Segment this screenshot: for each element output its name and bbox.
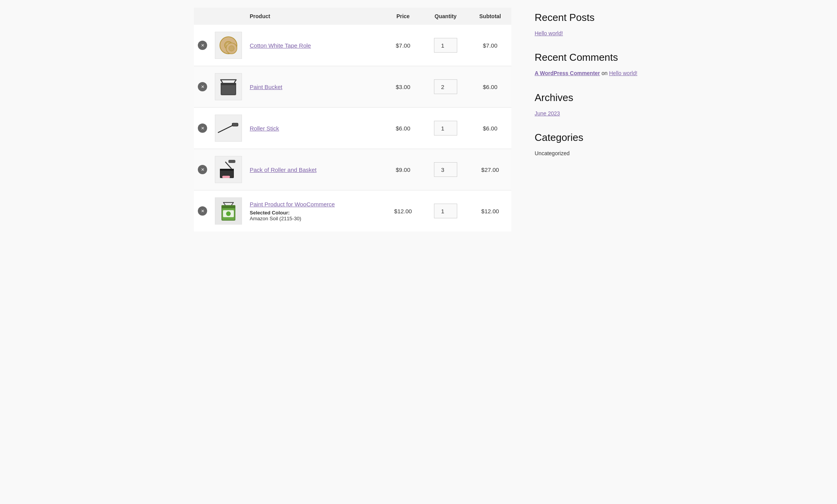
product-price: $7.00 <box>396 42 410 49</box>
product-subtotal: $7.00 <box>483 42 497 49</box>
product-image <box>215 156 242 183</box>
col-header-product: Product <box>246 8 384 25</box>
archives-title: Archives <box>535 92 643 104</box>
svg-rect-22 <box>221 205 235 208</box>
comment-author-link[interactable]: A WordPress Commenter <box>535 70 600 76</box>
product-subtotal: $6.00 <box>483 84 497 90</box>
remove-button[interactable] <box>198 41 207 50</box>
table-row: Paint Bucket $3.00 $6.00 <box>194 66 511 108</box>
archive-june-2023[interactable]: June 2023 <box>535 110 560 117</box>
recent-comments-title: Recent Comments <box>535 51 643 63</box>
product-price-cell: $9.00 <box>384 149 422 190</box>
product-image <box>215 32 242 59</box>
remove-cell <box>194 190 211 232</box>
product-subtotal-cell: $27.00 <box>469 149 511 190</box>
svg-line-25 <box>223 202 225 205</box>
product-qty-cell <box>422 66 469 108</box>
table-header-row: Product Price Quantity Subtotal <box>194 8 511 25</box>
product-price-cell: $6.00 <box>384 108 422 149</box>
product-name-cell: Paint Product for WooCommerce Selected C… <box>246 190 384 232</box>
remove-cell <box>194 149 211 190</box>
quantity-input[interactable] <box>434 38 457 53</box>
remove-button[interactable] <box>198 123 207 133</box>
cart-section: Product Price Quantity Subtotal <box>194 8 511 231</box>
remove-button[interactable] <box>198 82 207 91</box>
remove-cell <box>194 66 211 108</box>
product-subtotal: $6.00 <box>483 125 497 132</box>
cart-table: Product Price Quantity Subtotal <box>194 8 511 231</box>
product-price: $12.00 <box>394 208 412 214</box>
product-subtotal-cell: $6.00 <box>469 108 511 149</box>
remove-button[interactable] <box>198 206 207 216</box>
product-name-cell: Paint Bucket <box>246 66 384 108</box>
product-name-cell: Cotton White Tape Role <box>246 25 384 66</box>
remove-button[interactable] <box>198 165 207 174</box>
page-wrapper: Product Price Quantity Subtotal <box>186 0 651 239</box>
product-name-cell: Pack of Roller and Basket <box>246 149 384 190</box>
product-qty-cell <box>422 190 469 232</box>
svg-rect-16 <box>220 169 234 171</box>
remove-cell <box>194 25 211 66</box>
product-meta-label: Selected Colour: <box>250 210 290 216</box>
archives-section: Archives June 2023 <box>535 92 643 118</box>
svg-rect-18 <box>228 160 235 163</box>
recent-post-hello-world[interactable]: Hello world! <box>535 30 563 36</box>
product-price: $6.00 <box>396 125 410 132</box>
remove-cell <box>194 108 211 149</box>
categories-section: Categories Uncategorized <box>535 132 643 158</box>
product-link[interactable]: Cotton White Tape Role <box>250 42 311 49</box>
svg-rect-19 <box>222 176 230 178</box>
product-subtotal: $27.00 <box>481 166 499 173</box>
product-link[interactable]: Roller Stick <box>250 125 279 132</box>
sidebar: Recent Posts Hello world! Recent Comment… <box>535 8 643 231</box>
comment-on-text: on <box>602 70 609 76</box>
svg-line-11 <box>218 125 234 132</box>
comment-post-link[interactable]: Hello world! <box>609 70 637 76</box>
quantity-input[interactable] <box>434 162 457 177</box>
product-price-cell: $7.00 <box>384 25 422 66</box>
product-qty-cell <box>422 108 469 149</box>
product-meta-value: Amazon Soil (2115-30) <box>250 216 301 221</box>
product-price: $3.00 <box>396 84 410 90</box>
svg-rect-6 <box>222 84 235 94</box>
col-header-remove <box>194 8 211 25</box>
product-image-cell <box>211 66 246 108</box>
product-qty-cell <box>422 149 469 190</box>
product-meta: Selected Colour: Amazon Soil (2115-30) <box>250 210 380 221</box>
svg-line-26 <box>232 202 233 205</box>
product-image <box>215 115 242 142</box>
product-name-cell: Roller Stick <box>246 108 384 149</box>
recent-posts-section: Recent Posts Hello world! <box>535 12 643 38</box>
product-link[interactable]: Pack of Roller and Basket <box>250 166 317 173</box>
col-header-price: Price <box>384 8 422 25</box>
product-image <box>215 73 242 100</box>
svg-point-24 <box>226 211 231 216</box>
quantity-input[interactable] <box>434 204 457 218</box>
svg-rect-13 <box>233 123 238 126</box>
product-price: $9.00 <box>396 166 410 173</box>
product-price-cell: $3.00 <box>384 66 422 108</box>
quantity-input[interactable] <box>434 79 457 94</box>
product-image-cell <box>211 108 246 149</box>
table-row: Cotton White Tape Role $7.00 $7.00 <box>194 25 511 66</box>
quantity-input[interactable] <box>434 121 457 135</box>
table-row: Pack of Roller and Basket $9.00 $27.00 <box>194 149 511 190</box>
recent-comments-section: Recent Comments A WordPress Commenter on… <box>535 51 643 77</box>
product-image-cell <box>211 25 246 66</box>
recent-posts-title: Recent Posts <box>535 12 643 24</box>
svg-point-4 <box>229 46 234 51</box>
product-link[interactable]: Paint Bucket <box>250 84 282 90</box>
table-row: Roller Stick $6.00 $6.00 <box>194 108 511 149</box>
col-header-quantity: Quantity <box>422 8 469 25</box>
product-subtotal: $12.00 <box>481 208 499 214</box>
product-image-cell <box>211 149 246 190</box>
product-subtotal-cell: $12.00 <box>469 190 511 232</box>
col-header-subtotal: Subtotal <box>469 8 511 25</box>
product-image-cell <box>211 190 246 232</box>
product-link[interactable]: Paint Product for WooCommerce <box>250 201 335 207</box>
product-subtotal-cell: $6.00 <box>469 66 511 108</box>
col-header-img <box>211 8 246 25</box>
product-qty-cell <box>422 25 469 66</box>
svg-rect-7 <box>221 83 236 85</box>
product-price-cell: $12.00 <box>384 190 422 232</box>
